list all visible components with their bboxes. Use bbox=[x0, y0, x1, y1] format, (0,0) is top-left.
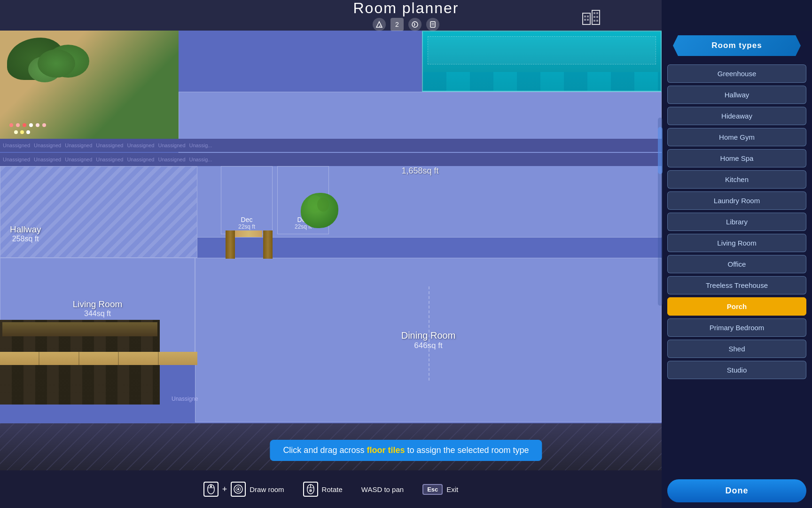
mouse-icon-draw bbox=[203, 482, 219, 497]
svg-rect-16 bbox=[596, 20, 598, 22]
rotate-hint: Rotate bbox=[303, 482, 343, 497]
building-icon bbox=[582, 8, 601, 28]
unassigned-row-2: Unassigned Unassigned Unassigned Unassig… bbox=[0, 153, 662, 166]
svg-rect-15 bbox=[593, 20, 595, 22]
toolbar-icon-3[interactable] bbox=[408, 18, 422, 31]
pan-hint: WASD to pan bbox=[361, 485, 404, 493]
svg-point-19 bbox=[210, 485, 212, 487]
exit-label: Exit bbox=[446, 485, 458, 493]
pan-label: WASD to pan bbox=[361, 485, 404, 493]
living-room-label: Living Room 344sq ft bbox=[73, 299, 123, 318]
toolbar-icon-1[interactable]: ↙ bbox=[373, 18, 386, 31]
deck-small-left[interactable]: Dec 22sq ft bbox=[221, 166, 273, 234]
dining-room-area[interactable]: Dining Room 646sq ft bbox=[195, 258, 662, 422]
room-type-office[interactable]: Office bbox=[667, 255, 806, 273]
unassigned-bottom-label: Unassigne bbox=[172, 396, 198, 402]
right-sidebar: Room types Greenhouse Hallway Hideaway H… bbox=[662, 0, 812, 508]
svg-rect-12 bbox=[596, 12, 598, 14]
done-button[interactable]: Done bbox=[667, 479, 806, 502]
room-type-kitchen[interactable]: Kitchen bbox=[667, 170, 806, 189]
hallway-area[interactable]: Hallway 258sq ft bbox=[0, 166, 197, 258]
wood-structure-2 bbox=[263, 230, 273, 259]
room-type-greenhouse[interactable]: Greenhouse bbox=[667, 64, 806, 83]
plant-decoration bbox=[301, 193, 338, 228]
room-types-header: Room types bbox=[673, 35, 801, 56]
svg-text:↙: ↙ bbox=[379, 24, 382, 28]
railing-top bbox=[235, 230, 262, 237]
instruction-banner: Click and drag across floor tiles to ass… bbox=[270, 440, 542, 461]
svg-rect-13 bbox=[593, 16, 595, 18]
room-type-living-room[interactable]: Living Room bbox=[667, 234, 806, 252]
svg-point-25 bbox=[309, 489, 312, 492]
toolbar-icon-clipboard[interactable] bbox=[426, 18, 439, 31]
room-type-home-gym[interactable]: Home Gym bbox=[667, 128, 806, 146]
railing-structure bbox=[0, 352, 197, 365]
exit-hint: Esc Exit bbox=[422, 484, 458, 495]
room-type-hallway[interactable]: Hallway bbox=[667, 86, 806, 104]
mouse-icon-rotate bbox=[303, 482, 318, 497]
room-type-shed[interactable]: Shed bbox=[667, 340, 806, 358]
draw-room-hint: + Draw room bbox=[203, 482, 284, 497]
room-type-porch[interactable]: Porch bbox=[667, 297, 806, 316]
svg-rect-9 bbox=[584, 19, 586, 21]
room-types-list[interactable]: Greenhouse Hallway Hideaway Home Gym Hom… bbox=[662, 61, 812, 474]
room-type-studio[interactable]: Studio bbox=[667, 361, 806, 379]
room-type-laundry-room[interactable]: Laundry Room bbox=[667, 191, 806, 210]
svg-rect-6 bbox=[592, 10, 600, 24]
svg-rect-14 bbox=[596, 16, 598, 18]
svg-point-22 bbox=[237, 488, 239, 490]
room-type-home-spa[interactable]: Home Spa bbox=[667, 149, 806, 167]
svg-rect-11 bbox=[593, 12, 595, 14]
toolbar-icon-house[interactable]: 2 bbox=[390, 18, 404, 31]
room-types-header-text: Room types bbox=[711, 41, 762, 50]
page-title: Room planner bbox=[353, 0, 459, 17]
room-type-hideaway[interactable]: Hideaway bbox=[667, 107, 806, 125]
scrollbar-thumb[interactable] bbox=[658, 127, 663, 174]
title-area: Room planner ↙ 2 bbox=[353, 0, 459, 31]
room-type-treeless-treehouse[interactable]: Treeless Treehouse bbox=[667, 276, 806, 294]
rotate-label: Rotate bbox=[322, 485, 343, 493]
scrollbar-track[interactable] bbox=[658, 118, 663, 306]
game-canvas: Room planner ↙ 2 bbox=[0, 0, 812, 508]
svg-rect-5 bbox=[583, 13, 590, 24]
deck-small-left-label: Dec 22sq ft bbox=[238, 216, 255, 230]
target-icon bbox=[231, 482, 246, 497]
sidebar-top-spacer bbox=[662, 0, 812, 31]
room-type-library[interactable]: Library bbox=[667, 213, 806, 231]
esc-key: Esc bbox=[422, 484, 443, 495]
wood-structure-1 bbox=[226, 230, 235, 259]
svg-rect-8 bbox=[587, 16, 589, 17]
unassigned-row-1: Unassigned Unassigned Unassigned Unassig… bbox=[0, 139, 662, 152]
svg-rect-10 bbox=[587, 19, 589, 21]
svg-rect-7 bbox=[584, 16, 586, 17]
hallway-label: Hallway 258sq ft bbox=[10, 224, 41, 243]
pool-area bbox=[422, 31, 662, 92]
nature-corner bbox=[0, 31, 179, 139]
svg-rect-2 bbox=[430, 22, 435, 27]
bottom-controls-bar: + Draw room Rotate WASD to pan Esc Exit bbox=[0, 470, 662, 508]
draw-room-label: Draw room bbox=[250, 485, 284, 493]
room-type-primary-bedroom[interactable]: Primary Bedroom bbox=[667, 318, 806, 337]
toolbar-icons: ↙ 2 bbox=[373, 18, 439, 31]
